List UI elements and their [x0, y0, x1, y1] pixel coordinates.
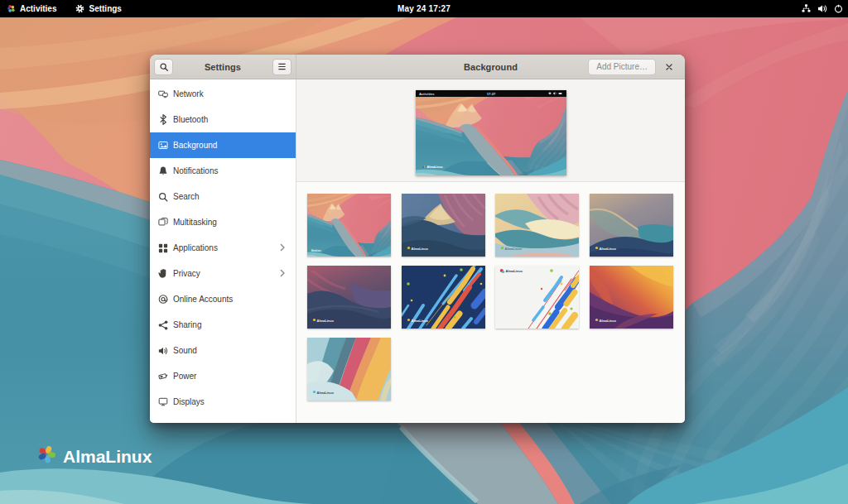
svg-text:17:27: 17:27: [486, 92, 495, 96]
svg-text:AlmaLinux: AlmaLinux: [505, 247, 523, 251]
svg-text:AlmaLinux: AlmaLinux: [599, 247, 616, 251]
svg-text:Activities: Activities: [419, 92, 435, 96]
svg-text:AlmaLinux: AlmaLinux: [506, 269, 523, 273]
svg-text:AlmaLinux: AlmaLinux: [411, 319, 428, 323]
svg-text:AlmaLinux: AlmaLinux: [411, 247, 428, 251]
svg-text:AlmaLinux: AlmaLinux: [599, 319, 616, 323]
svg-text:AlmaLinux: AlmaLinux: [317, 319, 335, 323]
svg-text:AlmaLinux: AlmaLinux: [317, 391, 335, 395]
